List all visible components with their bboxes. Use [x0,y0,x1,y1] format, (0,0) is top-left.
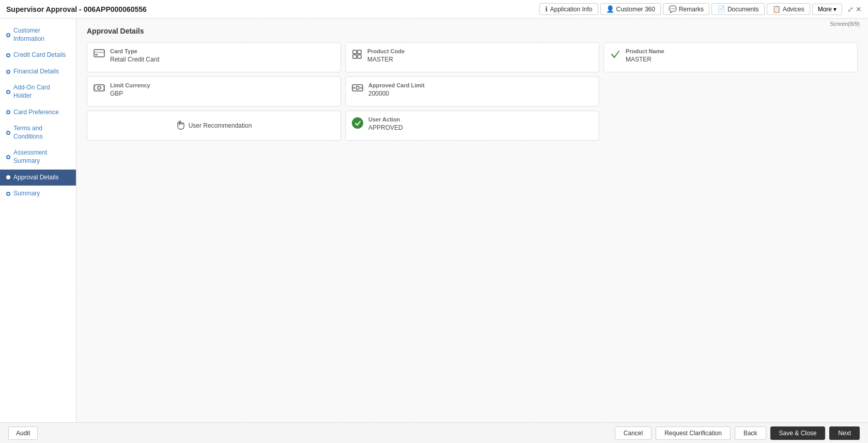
info-cards-row3: User Recommendation User Action APPROVED [87,111,858,141]
product-code-card: Product Code MASTER [345,42,599,72]
resize-controls[interactable]: ⤢ ✕ [847,5,862,13]
cancel-button[interactable]: Cancel [615,426,652,440]
sidebar: Customer Information Credit Card Details… [0,19,76,422]
sidebar-item-terms-and-conditions[interactable]: Terms and Conditions [0,120,76,145]
cancel-label: Cancel [624,430,643,437]
footer-left: Audit [8,426,38,440]
next-button[interactable]: Next [829,426,860,440]
product-name-value: MASTER [626,56,664,63]
application-info-button[interactable]: ℹ Application Info [539,3,598,15]
expand-icon[interactable]: ⤢ [847,5,854,13]
user-recommendation-label: User Recommendation [189,122,252,129]
sidebar-item-assessment-summary[interactable]: Assessment Summary [0,145,76,169]
advices-button[interactable]: 📋 Advices [767,3,810,15]
sidebar-item-label: Assessment Summary [13,149,70,165]
user-recommendation-button[interactable]: User Recommendation [87,111,341,141]
svg-rect-1 [94,52,104,53]
application-info-label: Application Info [550,6,592,13]
sidebar-dot [6,33,10,37]
audit-label: Audit [16,430,30,437]
product-code-value: MASTER [367,56,405,63]
svg-rect-7 [94,85,104,91]
screen-number: Screen(8/9) [830,21,860,27]
customer-360-label: Customer 360 [616,6,655,13]
content-inner: Screen(8/9) Approval Details Card Type R… [76,19,868,153]
request-clarification-button[interactable]: Request Clarification [656,426,731,440]
sidebar-dot [6,155,10,159]
credit-card-icon [94,49,105,60]
product-name-card: Product Name MASTER [603,42,858,72]
customer-icon: 👤 [606,5,614,13]
remarks-button[interactable]: 💬 Remarks [663,3,709,15]
sidebar-item-summary[interactable]: Summary [0,186,76,202]
user-action-value: APPROVED [368,124,403,131]
sidebar-dot [6,110,10,114]
sidebar-item-add-on-card-holder[interactable]: Add-On Card Holder [0,80,76,104]
sidebar-nav: Customer Information Credit Card Details… [0,23,76,202]
sidebar-item-approval-details[interactable]: Approval Details [0,170,76,186]
audit-button[interactable]: Audit [8,426,38,440]
sidebar-dot [6,131,10,135]
advices-label: Advices [783,6,804,13]
approved-card-limit-value: 200000 [368,90,425,97]
more-button[interactable]: More ▾ [812,4,842,15]
back-label: Back [743,430,757,437]
sidebar-item-customer-information[interactable]: Customer Information [0,23,76,47]
card-type-value: Retail Credit Card [110,56,159,63]
currency-icon [94,83,105,95]
sidebar-item-financial-details[interactable]: Financial Details [0,64,76,80]
empty-card-slot-2 [603,111,858,141]
approved-circle-icon [352,117,363,129]
chevron-down-icon: ▾ [833,6,836,13]
sidebar-item-label: Card Preference [13,109,59,117]
grid-icon [352,49,362,62]
more-label: More [818,6,832,13]
sidebar-dot [6,90,10,94]
sidebar-item-label: Credit Card Details [13,51,66,59]
svg-rect-3 [353,50,357,54]
info-cards-row1: Card Type Retail Credit Card [87,42,858,72]
svg-point-16 [361,87,362,89]
svg-point-15 [353,87,355,89]
remarks-label: Remarks [679,6,704,13]
card-type-card: Card Type Retail Credit Card [87,42,341,72]
footer: Audit Cancel Request Clarification Back … [0,422,868,443]
advices-icon: 📋 [772,5,781,13]
customer-360-button[interactable]: 👤 Customer 360 [600,3,661,15]
limit-currency-value: GBP [110,90,150,97]
remarks-icon: 💬 [669,5,677,13]
content-area: Screen(8/9) Approval Details Card Type R… [76,19,868,422]
svg-point-8 [98,86,101,89]
main-layout: Customer Information Credit Card Details… [0,19,868,422]
info-icon: ℹ [545,5,548,13]
svg-rect-4 [358,50,361,54]
svg-rect-6 [358,55,361,58]
sidebar-item-label: Terms and Conditions [13,125,70,141]
contract-icon[interactable]: ✕ [856,5,862,13]
sidebar-item-label: Approval Details [13,174,58,182]
back-button[interactable]: Back [735,426,766,440]
sidebar-item-label: Add-On Card Holder [13,84,70,100]
sidebar-item-credit-card-details[interactable]: Credit Card Details [0,47,76,64]
card-type-label: Card Type [110,48,159,54]
product-code-content: Product Code MASTER [367,48,405,63]
approved-card-limit-card: Approved Card Limit 200000 [345,77,599,106]
sidebar-dot [6,175,10,179]
documents-button[interactable]: 📄 Documents [711,3,765,15]
sidebar-item-card-preference[interactable]: Card Preference [0,104,76,121]
footer-right: Cancel Request Clarification Back Save &… [615,426,860,440]
product-name-content: Product Name MASTER [626,48,664,63]
svg-rect-2 [95,54,98,55]
sidebar-item-label: Summary [13,190,40,198]
svg-point-14 [356,86,359,89]
header: Supervisor Approval - 006APP000060556 ℹ … [0,0,868,19]
product-name-label: Product Name [626,48,664,54]
save-close-button[interactable]: Save & Close [770,426,826,440]
documents-label: Documents [727,6,759,13]
sidebar-dot [6,192,10,196]
hand-icon [176,120,185,131]
sidebar-item-label: Financial Details [13,68,59,76]
check-green-icon [610,49,621,62]
save-close-label: Save & Close [779,430,817,437]
empty-card-slot [603,77,858,106]
